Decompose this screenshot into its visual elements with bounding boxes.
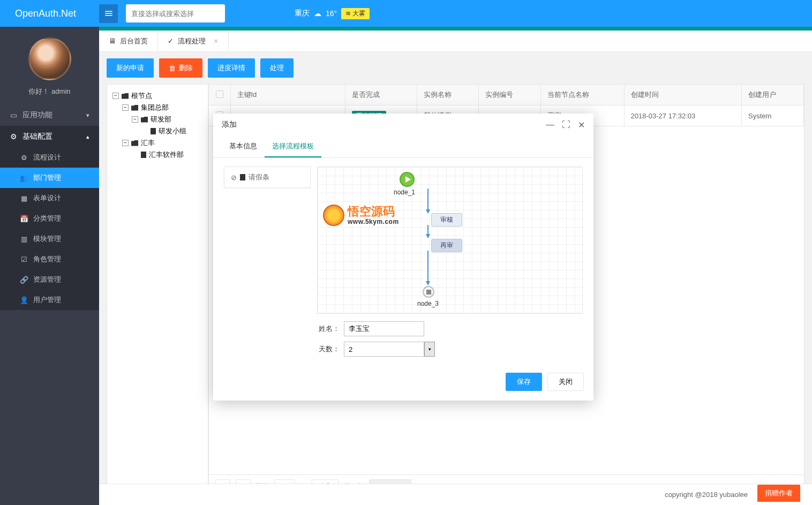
modal-tab-basic[interactable]: 基本信息 (222, 136, 265, 157)
collapse-icon[interactable]: − (132, 116, 138, 123)
flow-end-node[interactable] (423, 286, 434, 298)
nav-role[interactable]: ☑角色管理 (0, 249, 99, 269)
hamburger-toggle[interactable] (99, 4, 118, 23)
days-spinner[interactable]: ▾ (344, 342, 435, 357)
form-fields: 姓名： 天数： ▾ (317, 321, 583, 357)
top-header: OpenAuth.Net 重庆 ☁ 16° ≋ 大雾 (0, 0, 812, 27)
spinner-down-icon[interactable]: ▾ (424, 342, 435, 357)
days-label: 天数： (317, 344, 340, 354)
collapse-icon[interactable]: − (112, 93, 119, 99)
modal-tab-template[interactable]: 选择流程模板 (265, 136, 321, 157)
weather-city: 重庆 (295, 9, 310, 18)
sidebar: 你好！ admin ▭应用功能 ▾ ⚙基础配置 ▴ ⚙流程设计 👥部门管理 ▦表… (0, 27, 99, 505)
tree-node[interactable]: −集团总部 (112, 102, 202, 114)
collapse-icon[interactable]: − (122, 140, 129, 146)
flow-preview: node_1 审核 再审 node_3 悟空源码 www.5kym.com (317, 167, 583, 357)
col-node: 当前节点名称 (541, 85, 624, 105)
save-button[interactable]: 保存 (506, 373, 542, 391)
nav-group-app[interactable]: ▭应用功能 ▾ (0, 104, 99, 126)
nav-form-design[interactable]: ▦表单设计 (0, 188, 99, 208)
folder-icon (131, 140, 138, 146)
days-input[interactable] (344, 342, 424, 357)
search-box[interactable] (126, 4, 225, 22)
new-request-button[interactable]: 新的申请 (107, 58, 154, 78)
tree-leaf[interactable]: 汇丰软件部 (112, 149, 202, 161)
gear-icon: ⚙ (20, 154, 28, 161)
flow-arrow (427, 225, 428, 238)
user-block: 你好！ admin (0, 27, 99, 104)
calendar-icon: 📅 (20, 215, 28, 222)
flow-start-node[interactable] (400, 172, 415, 187)
maximize-icon[interactable]: ⛶ (562, 120, 570, 130)
nav-flow-design[interactable]: ⚙流程设计 (0, 147, 99, 168)
nav-user[interactable]: 👤用户管理 (0, 290, 99, 310)
folder-icon (141, 117, 148, 123)
select-all-checkbox[interactable] (216, 91, 223, 98)
file-icon (151, 128, 156, 134)
tree-node[interactable]: −研发部 (112, 114, 202, 125)
progress-detail-button[interactable]: 进度详情 (208, 58, 255, 78)
tab-home[interactable]: 🖥 后台首页 (99, 31, 158, 51)
nav-dept-manage[interactable]: 👥部门管理 (0, 168, 99, 188)
check-icon: ✓ (168, 37, 174, 45)
col-code: 实例编号 (479, 85, 541, 105)
name-label: 姓名： (317, 324, 340, 334)
minimize-icon[interactable]: — (546, 120, 554, 130)
flow-audit-node[interactable]: 审核 (431, 213, 462, 227)
form-template-list: ⊘ 请假条 (224, 167, 311, 357)
tab-close-icon[interactable]: ✕ (213, 37, 219, 45)
delete-button[interactable]: 🗑删除 (159, 58, 202, 78)
watermark-icon (323, 205, 344, 226)
file-icon (141, 152, 146, 158)
logo: OpenAuth.Net (0, 8, 99, 19)
user-icon: 👤 (20, 296, 28, 304)
page-tabs: 🖥 后台首页 ✓ 流程处理 ✕ (99, 31, 812, 52)
node3-label: node_3 (417, 300, 439, 307)
greeting: 你好！ admin (0, 87, 99, 96)
tree-leaf[interactable]: 研发小组 (112, 125, 202, 137)
tab-flow-process[interactable]: ✓ 流程处理 ✕ (158, 31, 229, 51)
col-id: 主键Id (230, 85, 345, 105)
name-input[interactable] (344, 321, 424, 336)
nav-resource[interactable]: 🔗资源管理 (0, 269, 99, 290)
nav-sublist: ⚙流程设计 👥部门管理 ▦表单设计 📅分类管理 ▥模块管理 ☑角色管理 🔗资源管… (0, 147, 99, 310)
donate-button[interactable]: 捐赠作者 (757, 485, 800, 502)
form-template-item[interactable]: ⊘ 请假条 (224, 167, 311, 188)
nav-group-config[interactable]: ⚙基础配置 ▴ (0, 126, 99, 147)
add-modal: 添加 — ⛶ ✕ 基本信息 选择流程模板 ⊘ 请假条 node_1 审核 再审 (213, 114, 593, 401)
nav-category[interactable]: 📅分类管理 (0, 208, 99, 229)
footer: copyright @2018 yubaolee 捐赠作者 (99, 484, 812, 505)
avatar[interactable] (28, 37, 71, 80)
accent-strip (99, 27, 812, 31)
cell-user: System (741, 105, 803, 126)
flow-canvas[interactable]: node_1 审核 再审 node_3 悟空源码 www.5kym.com (317, 167, 583, 314)
tree-root[interactable]: −根节点 (112, 90, 202, 102)
gear-icon: ⚙ (10, 133, 17, 140)
weather-fog-badge: ≋ 大雾 (341, 8, 370, 19)
search-input[interactable] (131, 10, 221, 18)
fog-icon: ≋ (345, 10, 351, 17)
cell-time: 2018-03-27 17:32:03 (624, 105, 741, 126)
col-name: 实例名称 (417, 85, 479, 105)
check-icon: ☑ (20, 255, 28, 263)
flow-arrow (427, 189, 428, 213)
trash-icon: 🗑 (169, 64, 176, 72)
flow-reaudit-node[interactable]: 再审 (431, 239, 462, 252)
module-icon: ▥ (20, 235, 28, 243)
col-done: 是否完成 (345, 85, 417, 105)
hamburger-icon (104, 9, 114, 18)
monitor-icon: 🖥 (109, 37, 116, 45)
tree-node[interactable]: −汇丰 (112, 137, 202, 149)
close-icon[interactable]: ✕ (578, 120, 585, 130)
window-icon: ▭ (10, 111, 17, 119)
chevron-down-icon: ▾ (86, 112, 89, 119)
node1-label: node_1 (394, 189, 415, 196)
chevron-up-icon: ▴ (86, 133, 89, 140)
collapse-icon[interactable]: − (122, 104, 129, 111)
close-button[interactable]: 关闭 (547, 373, 584, 391)
selected-icon: ⊘ (231, 174, 237, 182)
process-button[interactable]: 处理 (260, 58, 294, 78)
folder-icon (131, 105, 138, 111)
nav-module[interactable]: ▥模块管理 (0, 229, 99, 249)
weather-temp: 16° (326, 9, 337, 18)
